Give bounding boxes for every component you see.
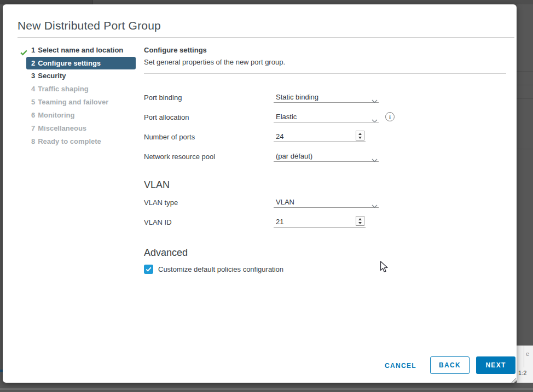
customize-policies-checkbox[interactable] <box>144 265 153 274</box>
background-top-bar <box>0 0 533 4</box>
wizard-step-miscellaneous: 7Miscellaneous <box>19 122 137 135</box>
next-button[interactable]: NEXT <box>476 356 515 374</box>
port-binding-row: Port binding Static binding <box>144 92 506 112</box>
step-number: 4 <box>31 85 35 93</box>
dialog-title: New Distributed Port Group <box>18 19 161 32</box>
wizard-steps: 1Select name and location 2Configure set… <box>19 44 137 148</box>
step-number: 5 <box>31 98 35 106</box>
number-of-ports-row: Number of ports 24 <box>144 132 506 151</box>
general-settings-form: Port binding Static binding Port allocat… <box>144 92 506 171</box>
vlan-id-label: VLAN ID <box>144 217 274 226</box>
background-table-line <box>517 85 533 85</box>
wizard-step-security[interactable]: 3Security <box>19 69 137 83</box>
step-label: Teaming and failover <box>38 98 108 106</box>
vlan-id-row: VLAN ID 21 <box>144 217 506 237</box>
network-resource-pool-select[interactable]: (par défaut) <box>274 151 379 162</box>
configure-settings-panel: Configure settings Set general propertie… <box>144 46 506 274</box>
background-table-line <box>517 98 533 99</box>
port-allocation-value: Elastic <box>274 112 379 121</box>
vlan-id-value: 21 <box>274 217 366 226</box>
step-label: Ready to complete <box>38 137 101 145</box>
vlan-id-input[interactable]: 21 <box>274 217 366 227</box>
step-number: 8 <box>31 137 35 145</box>
panel-heading: Configure settings <box>144 46 506 54</box>
step-number: 6 <box>31 111 35 119</box>
step-number: 7 <box>31 124 35 132</box>
port-binding-label: Port binding <box>144 92 274 102</box>
checkmark-icon <box>146 267 152 272</box>
back-button[interactable]: BACK <box>430 356 470 374</box>
vlan-type-select[interactable]: VLAN <box>274 197 379 208</box>
port-binding-select[interactable]: Static binding <box>274 92 379 103</box>
chevron-down-icon <box>372 115 378 125</box>
step-label: Security <box>38 72 66 80</box>
vlan-type-label: VLAN type <box>144 197 274 207</box>
number-of-ports-value: 24 <box>274 132 366 141</box>
triangle-up-icon <box>358 218 362 220</box>
background-text-fragment: 1:2 <box>518 370 526 376</box>
triangle-down-icon <box>358 222 362 224</box>
vlan-form: VLAN type VLAN VLAN ID 21 <box>144 197 506 237</box>
chevron-down-icon <box>372 155 378 165</box>
step-number: 2 <box>31 59 35 67</box>
port-allocation-label: Port allocation <box>144 112 274 121</box>
stepper-up-button[interactable] <box>357 217 363 221</box>
background-top-bar-segment <box>0 0 93 4</box>
stepper-down-button[interactable] <box>357 221 363 225</box>
wizard-step-monitoring: 6Monitoring <box>19 109 137 122</box>
step-number: 1 <box>31 46 35 54</box>
number-of-ports-label: Number of ports <box>144 132 274 141</box>
vlan-type-row: VLAN type VLAN <box>144 197 506 217</box>
triangle-down-icon <box>358 137 362 139</box>
step-number: 3 <box>31 72 35 80</box>
wizard-step-configure-settings[interactable]: 2Configure settings <box>26 57 136 69</box>
step-label: Monitoring <box>38 111 74 119</box>
cancel-button[interactable]: CANCEL <box>381 361 420 371</box>
dialog-resize-handle[interactable] <box>509 376 517 384</box>
step-label: Miscellaneous <box>38 124 86 132</box>
advanced-section-heading: Advanced <box>144 247 506 259</box>
background-corner-patch: e 1:2 <box>517 346 533 383</box>
background-table-line <box>517 71 533 72</box>
step-label: Traffic shaping <box>38 85 88 93</box>
vlan-id-stepper <box>356 216 364 226</box>
step-label: Select name and location <box>38 46 123 54</box>
port-allocation-row: Port allocation Elastic i <box>144 112 506 132</box>
background-table-line <box>517 149 533 149</box>
stepper-up-button[interactable] <box>357 132 363 136</box>
network-resource-pool-label: Network resource pool <box>144 151 274 161</box>
number-of-ports-input[interactable]: 24 <box>274 132 366 142</box>
customize-policies-checkbox-row: Customize default policies configuration <box>144 265 506 274</box>
wizard-step-select-name-and-location[interactable]: 1Select name and location <box>19 44 137 57</box>
chevron-down-icon <box>372 96 378 106</box>
background-text-fragment: e <box>526 350 529 357</box>
new-distributed-port-group-dialog: New Distributed Port Group 1Select name … <box>3 4 517 383</box>
customize-policies-label: Customize default policies configuration <box>158 265 283 273</box>
step-label: Configure settings <box>38 59 101 67</box>
mouse-cursor-icon <box>380 261 390 276</box>
panel-divider <box>144 73 506 74</box>
wizard-step-traffic-shaping: 4Traffic shaping <box>19 83 137 96</box>
chevron-down-icon <box>372 201 378 210</box>
network-resource-pool-value: (par défaut) <box>274 151 379 160</box>
triangle-up-icon <box>358 133 362 135</box>
background-corner-divider <box>524 346 524 367</box>
info-icon[interactable]: i <box>385 112 395 121</box>
title-divider <box>18 37 514 38</box>
number-of-ports-stepper <box>356 131 364 141</box>
port-allocation-select[interactable]: Elastic <box>274 112 379 122</box>
network-resource-pool-row: Network resource pool (par défaut) <box>144 151 506 171</box>
background-bottom-band <box>0 388 533 390</box>
wizard-step-ready-to-complete: 8Ready to complete <box>19 135 137 148</box>
port-binding-value: Static binding <box>274 92 379 101</box>
panel-description: Set general properties of the new port g… <box>144 58 506 66</box>
stepper-down-button[interactable] <box>357 136 363 139</box>
wizard-step-teaming-and-failover: 5Teaming and failover <box>19 96 137 109</box>
vlan-type-value: VLAN <box>274 197 379 206</box>
vlan-section-heading: VLAN <box>144 179 506 191</box>
